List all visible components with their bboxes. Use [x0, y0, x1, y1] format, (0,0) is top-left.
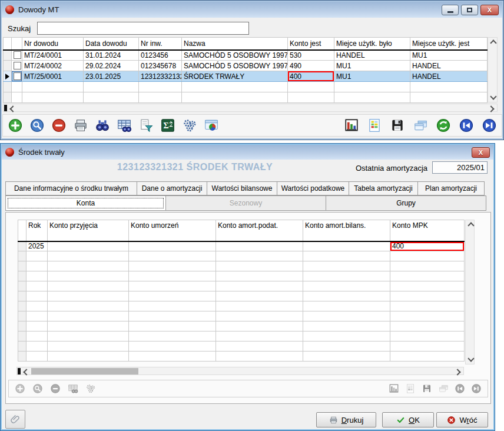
grid-header-row: Nr dowodu Data dowodu Nr inw. Nazwa Kont…	[4, 38, 488, 50]
column-header-konto-przyjecia[interactable]: Konto przyjęcia	[48, 220, 129, 241]
table-row-selected[interactable]: MT/25/0001 23.01.2025 123123321321 ŚRODE…	[4, 71, 488, 82]
view-icon	[32, 383, 43, 394]
row-checkbox[interactable]	[14, 72, 21, 80]
table-row[interactable]: MT/24/0002 29.02.2024 012345678 SAMOCHÓD…	[4, 61, 488, 71]
empty-row	[18, 261, 465, 271]
gears-icon[interactable]	[182, 118, 197, 133]
gears-icon	[85, 383, 96, 394]
row-checkbox[interactable]	[14, 62, 21, 69]
app-icon	[5, 5, 14, 14]
view-icon[interactable]	[29, 118, 45, 133]
column-header-nr-inw[interactable]: Nr inw.	[139, 38, 182, 50]
horizontal-scrollbar[interactable]	[3, 104, 498, 112]
column-header-konto-jest[interactable]: Konto jest	[288, 38, 334, 50]
nav-last-icon[interactable]	[482, 118, 497, 133]
tab-wartosci-podatkowe[interactable]: Wartości podatkowe	[277, 181, 349, 195]
row-checkbox[interactable]	[14, 51, 21, 59]
nav-last-icon	[471, 383, 482, 394]
filter-icon[interactable]	[138, 118, 154, 133]
last-amortization-label: Ostatnia amortyzacja	[307, 164, 427, 173]
tab-dane-o-amortyzacji[interactable]: Dane o amortyzacji	[137, 181, 207, 195]
aggregate-sum-icon[interactable]	[160, 118, 175, 133]
window-controls: X	[442, 5, 499, 15]
minimize-button[interactable]	[442, 5, 459, 15]
wroc-button[interactable]: Wróć	[436, 412, 488, 427]
empty-row	[18, 301, 465, 311]
find-in-grid-icon[interactable]	[117, 118, 132, 133]
column-header-konto-amort-bilans[interactable]: Konto amort.bilans.	[303, 220, 390, 241]
empty-row	[18, 311, 465, 321]
scroll-right-icon[interactable]	[454, 369, 460, 375]
tab-plan-amortyzacji[interactable]: Plan amortyzacji	[417, 181, 485, 195]
titlebar-srodek[interactable]: Środek trwały X	[2, 145, 493, 160]
window-dowody-mt: Dowody MT X Szukaj Nr dowodu Data dowodu…	[0, 0, 504, 140]
close-button[interactable]: X	[472, 147, 490, 158]
column-header-konto-umorzen[interactable]: Konto umorzeń	[129, 220, 216, 241]
scroll-right-icon[interactable]	[488, 105, 494, 112]
ok-button[interactable]: OK	[382, 412, 434, 427]
maximize-icon	[467, 8, 472, 12]
minimize-icon	[447, 11, 453, 13]
column-header-nazwa[interactable]: Nazwa	[182, 38, 288, 50]
tab-wartosci-bilansowe[interactable]: Wartości bilansowe	[207, 181, 277, 195]
windows-cascade-icon[interactable]	[413, 118, 428, 133]
horizontal-scrollbar[interactable]	[16, 367, 464, 375]
tab-grupy[interactable]: Grupy	[326, 195, 486, 211]
tab-strip-main: Dane informacyjne o środku trwałym Dane …	[5, 181, 485, 195]
scroll-left-icon[interactable]	[23, 369, 29, 375]
scroll-left-icon[interactable]	[9, 105, 16, 112]
scrollbar-thumb[interactable]	[31, 368, 138, 374]
column-header-miejce-bylo[interactable]: Miejce użytk. było	[334, 38, 410, 50]
search-input[interactable]	[37, 22, 249, 35]
tab-dane-informacyjne[interactable]: Dane informacyjne o środku trwałym	[5, 181, 137, 195]
table-row-2025[interactable]: 2025 400	[18, 241, 465, 251]
current-row-marker	[5, 74, 9, 79]
report-grid-icon[interactable]	[367, 118, 382, 133]
red-x-icon	[447, 416, 456, 425]
save-icon[interactable]	[390, 118, 405, 133]
tab-konta[interactable]: Konta	[5, 195, 166, 211]
splitter-handle[interactable]	[18, 368, 21, 374]
nav-first-icon[interactable]	[459, 118, 474, 133]
search-label: Szukaj	[8, 24, 31, 33]
konta-grid[interactable]: Rok Konto przyjęcia Konto umorzeń Konto …	[18, 220, 465, 362]
attachment-button[interactable]	[5, 410, 25, 429]
bar-chart-icon	[389, 383, 399, 394]
bar-chart-icon[interactable]	[344, 118, 359, 133]
empty-row	[4, 92, 488, 103]
pie-chart-window-icon[interactable]	[204, 118, 219, 133]
empty-row	[18, 331, 465, 342]
add-icon[interactable]	[8, 118, 23, 133]
binoculars-icon[interactable]	[95, 118, 110, 133]
splitter-handle[interactable]	[4, 105, 7, 111]
drukuj-button[interactable]: Drukuj	[316, 412, 376, 427]
print-icon[interactable]	[73, 118, 88, 133]
printer-icon	[329, 416, 338, 425]
scroll-down-icon[interactable]	[490, 93, 496, 100]
window-controls: X	[472, 147, 490, 158]
nav-first-icon	[455, 383, 465, 394]
scroll-up-icon[interactable]	[467, 222, 474, 228]
column-header-data-dowodu[interactable]: Data dowodu	[84, 38, 139, 50]
column-header-konto-amort-podat[interactable]: Konto amort.podat.	[216, 220, 303, 241]
add-icon	[15, 383, 25, 394]
column-header-rok[interactable]: Rok	[26, 220, 48, 241]
close-button[interactable]: X	[480, 5, 499, 15]
dowody-grid[interactable]: Nr dowodu Data dowodu Nr inw. Nazwa Kont…	[3, 37, 488, 103]
refresh-icon[interactable]	[436, 118, 451, 133]
table-row[interactable]: MT/24/0001 31.01.2024 0123456 SAMOCHÓD 5…	[4, 50, 488, 61]
app-icon	[5, 148, 14, 157]
scroll-up-icon[interactable]	[490, 39, 496, 46]
maximize-button[interactable]	[461, 5, 478, 15]
column-header-nr-dowodu[interactable]: Nr dowodu	[22, 38, 84, 50]
tab-tabela-amortyzacji[interactable]: Tabela amortyzacji	[349, 181, 418, 195]
empty-row	[18, 291, 465, 301]
titlebar-dowody[interactable]: Dowody MT X	[2, 2, 502, 18]
delete-icon[interactable]	[51, 118, 67, 133]
konta-panel: Rok Konto przyjęcia Konto umorzeń Konto …	[5, 212, 491, 404]
column-header-konto-mpk[interactable]: Konto MPK	[390, 220, 465, 241]
vertical-scrollbar[interactable]	[488, 37, 498, 102]
column-header-miejsce-jest[interactable]: Miejsce użytk. jest	[410, 38, 488, 50]
scroll-down-icon[interactable]	[467, 355, 474, 362]
vertical-scrollbar[interactable]	[465, 220, 475, 364]
